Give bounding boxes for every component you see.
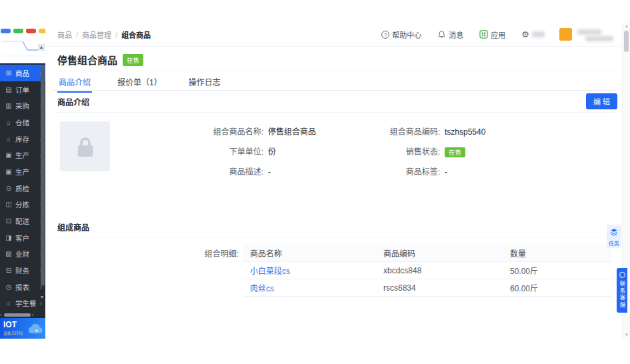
tab-0[interactable]: 商品介绍: [57, 71, 92, 93]
sidebar-item-purchase[interactable]: ▥采购›: [0, 97, 45, 114]
sidebar-item-label: 订单: [15, 85, 29, 95]
quantity-cell: 50.00斤: [503, 265, 612, 276]
sorting-icon: ◫: [5, 201, 13, 208]
product-code-cell: xbcdcs848: [377, 266, 503, 275]
detail-label: 组合明细:: [145, 247, 239, 259]
page-title: 停售组合商品: [57, 53, 117, 67]
sidebar-item-label: 生产: [15, 167, 29, 177]
table-cell: 肉丝cs: [243, 282, 377, 293]
hscrollbar-thumb[interactable]: [4, 313, 31, 317]
scroll-down-icon[interactable]: ▼: [623, 333, 630, 337]
corner-widget: ▲: [0, 20, 45, 63]
sidebar-item-label: 仓储: [15, 117, 29, 127]
breadcrumb-item[interactable]: 商品: [57, 29, 72, 40]
app-window: ▲ 商品/商品管理/组合商品 ? 帮助中心 消息: [0, 0, 630, 364]
tab-1[interactable]: 报价单（1）: [116, 71, 163, 91]
divider: [56, 237, 615, 237]
production-icon: ▣: [5, 151, 13, 159]
table-header-row: 商品名称商品编码数量: [243, 244, 612, 262]
corner-color-bars: [1, 29, 49, 33]
page-head: 停售组合商品 在售: [57, 53, 143, 67]
messages-label: 消息: [449, 29, 463, 40]
scroll-up-icon[interactable]: ▲: [623, 24, 630, 28]
help-center-link[interactable]: ? 帮助中心: [381, 29, 421, 40]
sidebar-item-label: 采购: [15, 101, 29, 111]
delivery-icon: ⊡: [5, 217, 13, 225]
table-cell: 小白菜段cs: [243, 265, 377, 276]
breadcrumb-separator: /: [115, 31, 117, 39]
column-header: 数量: [503, 247, 612, 259]
apps-label: 应用: [491, 29, 505, 40]
sidebar-item-label: 质检: [15, 183, 29, 193]
finance-icon: ⊟: [5, 267, 13, 274]
topbar: 商品/商品管理/组合商品 ? 帮助中心 消息: [45, 23, 621, 47]
field-label: 销售状态:: [325, 145, 440, 159]
main-content: 停售组合商品 在售 商品介绍报价单（1）操作日志 商品介绍 编 辑 组合商品名称…: [45, 47, 621, 340]
sidebar-item-label: 商品: [15, 68, 29, 78]
sidebar-item-label: 配送: [15, 216, 29, 226]
edit-button[interactable]: 编 辑: [586, 93, 617, 109]
task-fab-button[interactable]: 任务: [607, 225, 621, 248]
field-row: 销售状态:在售: [325, 145, 612, 159]
field-row: 商品描述:-: [120, 165, 347, 179]
customers-icon: ◨: [5, 234, 13, 241]
sidebar-item-warehouse[interactable]: ⌂仓储›: [0, 114, 45, 131]
sidebar-item-business-finance[interactable]: ▧业财›: [0, 246, 45, 263]
iot-panel[interactable]: IOT 设备与环境: [0, 318, 45, 339]
field-value: 在售: [445, 147, 465, 157]
topbar-right: ? 帮助中心 消息 应用: [365, 27, 615, 42]
sidebar-item-customers[interactable]: ◨客户›: [0, 229, 45, 246]
sidebar-item-label: 分拣: [15, 199, 29, 209]
user-name-redacted[interactable]: [576, 27, 615, 42]
table-row: 肉丝csrscs683460.00斤: [243, 279, 612, 297]
redacted-text: [532, 31, 545, 37]
breadcrumb-item[interactable]: 商品管理: [82, 29, 111, 40]
sidebar-item-label: 库存: [15, 134, 29, 144]
sidebar-scroll-up-button[interactable]: ▲: [38, 44, 45, 51]
sidebar-scroll-down-button[interactable]: ▼: [39, 295, 45, 299]
sidebar-scrollbar-thumb[interactable]: [41, 66, 45, 286]
student-meal-icon: ⌂: [5, 299, 13, 307]
sidebar-item-inventory[interactable]: ⌂库存›: [0, 131, 45, 147]
sidebar-item-orders[interactable]: ▤订单›: [0, 81, 45, 98]
sidebar-item-finance[interactable]: ⊟财务›: [0, 262, 45, 279]
field-value: tszhsp5540: [445, 127, 485, 137]
table-row: 小白菜段csxbcdcs84850.00斤: [243, 262, 612, 279]
scroll-left-icon[interactable]: ‹: [0, 312, 2, 318]
blue-bar: [1, 29, 11, 33]
scroll-right-icon[interactable]: ›: [32, 312, 34, 318]
product-name-link[interactable]: 肉丝cs: [250, 284, 274, 293]
column-header: 商品编码: [377, 247, 503, 259]
cloud-icon: [27, 322, 44, 335]
orders-icon: ▤: [5, 86, 13, 93]
sidebar-item-reports[interactable]: ◷报表›: [0, 279, 45, 295]
tab-2[interactable]: 操作日志: [187, 71, 222, 91]
field-row: 下单单位:份: [120, 145, 347, 159]
breadcrumb-separator: /: [76, 31, 78, 39]
iot-text: IOT 设备与环境: [3, 321, 25, 336]
sidebar-item-quality-check[interactable]: ⊙质检›: [0, 180, 45, 197]
sidebar-item-delivery[interactable]: ⊡配送›: [0, 213, 45, 229]
sidebar-item-label: 业财: [15, 249, 29, 259]
sidebar-item-production[interactable]: ▣生产›: [0, 163, 45, 180]
field-row: 组合商品名称:停售组合商品: [120, 125, 347, 139]
sidebar-item-production[interactable]: ▣生产›: [0, 147, 45, 163]
avatar[interactable]: [559, 28, 572, 41]
sidebar-horizontal-scrollbar[interactable]: ‹ ›: [0, 312, 45, 318]
task-fab-label: 任务: [608, 239, 621, 246]
product-name-link[interactable]: 小白菜段cs: [250, 267, 290, 276]
settings-item[interactable]: ⚙: [521, 30, 545, 39]
field-label: 组合商品名称:: [120, 125, 263, 139]
field-label: 商品标签:: [325, 165, 440, 179]
sidebar-item-sorting[interactable]: ◫分拣›: [0, 197, 45, 213]
goods-icon: ⊞: [5, 69, 13, 77]
components-section-title: 组成商品: [57, 221, 89, 233]
inventory-icon: ⌂: [5, 135, 13, 143]
window-scrollbar-thumb[interactable]: [624, 31, 629, 52]
messages-link[interactable]: 消息: [437, 29, 463, 40]
breadcrumb: 商品/商品管理/组合商品: [57, 29, 151, 40]
sidebar-item-goods[interactable]: ⊞商品›: [0, 65, 45, 81]
contact-service-button[interactable]: 联系客服: [617, 268, 627, 313]
quality-check-icon: ⊙: [5, 185, 13, 192]
apps-link[interactable]: 应用: [479, 29, 505, 40]
